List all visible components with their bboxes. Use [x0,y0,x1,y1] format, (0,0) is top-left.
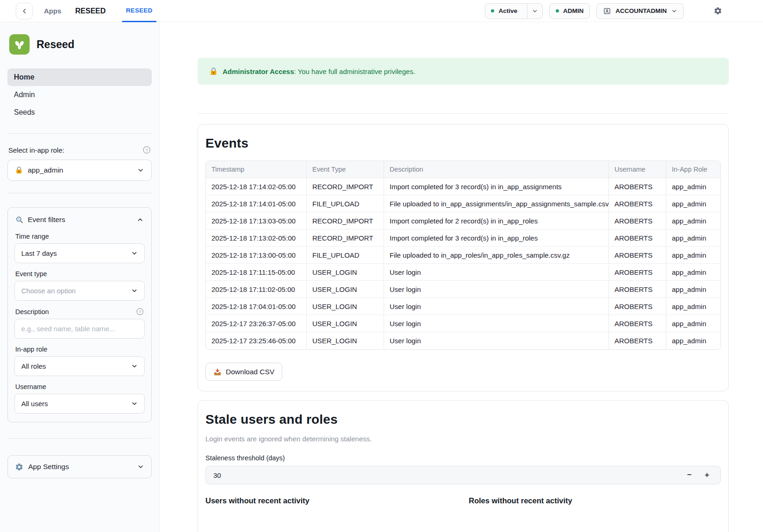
table-row: 2025-12-18 17:14:01-05:00FILE_UPLOADFile… [206,195,720,212]
download-icon [213,368,222,376]
admin-button[interactable]: ADMIN [549,3,590,19]
decrement-button[interactable]: − [683,470,695,480]
svg-text:?: ? [139,309,141,314]
help-icon[interactable]: ? [143,146,151,154]
chevron-down-icon [671,8,677,14]
breadcrumb-apps[interactable]: Apps [44,7,62,15]
lock-icon [209,67,218,76]
table-row: 2025-12-18 17:13:00-05:00FILE_UPLOADFile… [206,247,720,264]
in-app-role-label: In-app role [15,346,144,353]
table-cell: app_admin [666,229,720,247]
event-type-label: Event type [15,270,144,278]
event-type-select[interactable]: Choose an option [14,281,145,301]
status-active-button[interactable]: Active [485,3,543,19]
increment-button[interactable]: + [701,470,713,480]
table-cell: app_admin [666,178,720,195]
time-range-select[interactable]: Last 7 days [14,243,145,263]
staleness-threshold-label: Staleness threshold (days) [205,454,721,462]
download-csv-button[interactable]: Download CSV [205,363,282,381]
content-divider [198,113,729,114]
sidebar-item-admin[interactable]: Admin [7,86,152,104]
role-select-label-row: Select in-app role: ? [7,146,152,154]
app-settings-title: App Settings [28,463,132,471]
table-cell: RECORD_IMPORT [306,212,384,229]
event-filters-expander[interactable]: Event filters [14,215,145,226]
table-cell: RECORD_IMPORT [306,229,384,247]
table-cell: USER_LOGIN [306,281,384,298]
chevron-down-icon [131,400,138,407]
column-header: In-App Role [666,161,720,178]
table-cell: app_admin [666,195,720,212]
table-cell: AROBERTS [608,178,666,195]
chevron-down-icon [137,167,144,174]
table-cell: AROBERTS [608,212,666,229]
column-header: Event Type [306,161,384,178]
table-cell: FILE_UPLOAD [306,195,384,212]
chevron-down-icon [137,463,144,470]
table-row: 2025-12-18 17:04:01-05:00USER_LOGINUser … [206,298,720,315]
table-cell: USER_LOGIN [306,332,384,349]
description-label: Description ? [15,308,144,315]
table-cell: app_admin [666,212,720,229]
table-cell: AROBERTS [608,281,666,298]
sidebar: Reseed Home Admin Seeds Select in-app ro… [0,22,160,532]
settings-gear-icon[interactable] [713,6,722,15]
table-row: 2025-12-18 17:14:02-05:00RECORD_IMPORTIm… [206,178,720,195]
accountadmin-button[interactable]: ACCOUNTADMIN [596,3,684,19]
app-settings-expander[interactable]: App Settings [7,455,152,478]
status-dropdown-toggle[interactable] [527,4,542,19]
description-filter-input[interactable] [14,319,145,339]
username-label: Username [15,383,144,390]
tab-reseed[interactable]: RESEED [122,0,156,22]
table-cell: app_admin [666,315,720,332]
help-icon[interactable]: ? [136,308,144,315]
table-cell: AROBERTS [608,298,666,315]
svg-text:?: ? [145,148,148,153]
chevron-down-icon [131,287,138,294]
admin-access-banner: Administrator Access: You have full admi… [198,58,729,85]
table-cell: User login [384,264,608,281]
table-cell: USER_LOGIN [306,315,384,332]
main-content: Administrator Access: You have full admi… [160,22,763,532]
event-filters-title: Event filters [28,216,132,224]
sidebar-divider [7,438,152,439]
table-row: 2025-12-18 17:13:02-05:00RECORD_IMPORTIm… [206,229,720,247]
table-cell: 2025-12-18 17:04:01-05:00 [206,298,306,315]
table-cell: 2025-12-18 17:11:15-05:00 [206,264,306,281]
table-cell: app_admin [666,264,720,281]
chevron-down-icon [532,8,538,14]
in-app-role-select[interactable]: All roles [14,356,145,376]
table-cell: FILE_UPLOAD [306,247,384,264]
table-cell: Import completed for 3 record(s) in in_a… [384,229,608,247]
role-select[interactable]: app_admin [7,160,152,181]
back-button[interactable] [16,3,33,19]
sidebar-divider [7,193,152,193]
table-cell: USER_LOGIN [306,298,384,315]
gear-icon [15,463,24,471]
events-title: Events [205,136,721,151]
time-range-label: Time range [15,233,144,240]
chevron-left-icon [21,7,28,15]
status-dot [491,9,494,12]
breadcrumb-app-name: RESEED [75,7,106,15]
top-bar: Apps RESEED RESEED Active ADMIN ACCOUNTA… [0,0,763,22]
status-label: Active [498,7,517,14]
table-cell: User login [384,281,608,298]
sidebar-item-home[interactable]: Home [7,68,152,86]
role-select-value: app_admin [28,166,132,174]
accountadmin-label: ACCOUNTADMIN [615,7,667,14]
events-card: Events TimestampEvent TypeDescriptionUse… [198,124,729,391]
table-cell: app_admin [666,332,720,349]
topbar-actions: Active ADMIN ACCOUNTADMIN [485,3,763,19]
threshold-value[interactable]: 30 [213,471,683,479]
staleness-threshold-stepper: 30 − + [205,466,721,484]
username-select[interactable]: All users [14,394,145,414]
sidebar-item-seeds[interactable]: Seeds [7,104,152,121]
app-logo-row: Reseed [7,34,152,55]
table-cell: app_admin [666,247,720,264]
table-cell: 2025-12-18 17:13:00-05:00 [206,247,306,264]
table-cell: User login [384,298,608,315]
table-cell: AROBERTS [608,332,666,349]
table-cell: Import completed for 2 record(s) in in_a… [384,212,608,229]
column-header: Username [608,161,666,178]
